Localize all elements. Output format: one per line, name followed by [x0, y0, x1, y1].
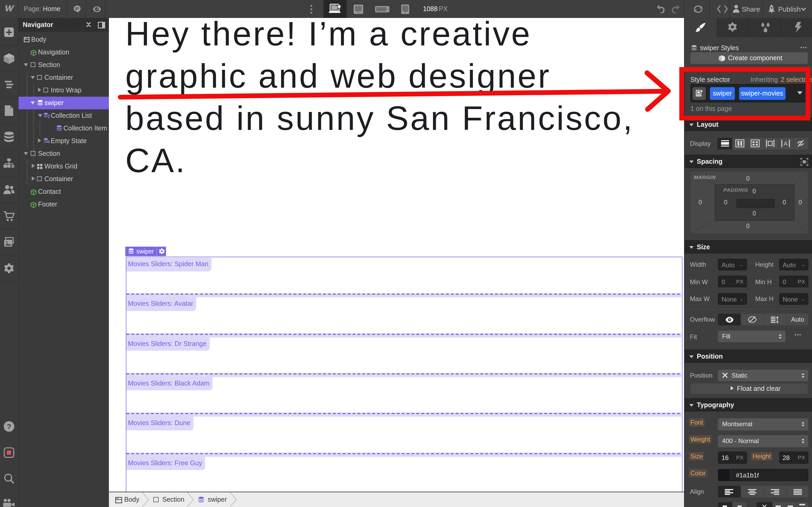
svg-text:?: ?	[7, 422, 11, 431]
svg-text:A: A	[784, 140, 788, 147]
